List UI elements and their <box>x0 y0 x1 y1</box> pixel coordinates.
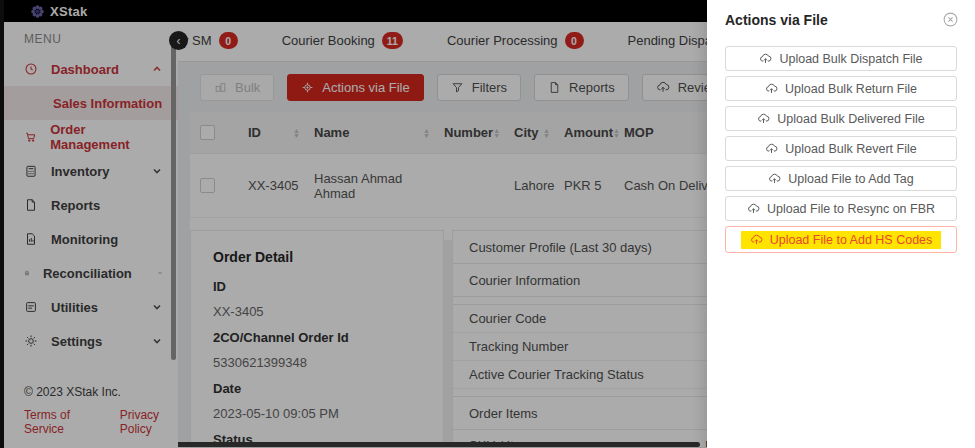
upload-bulk-revert-file-button[interactable]: Upload Bulk Revert File <box>725 136 957 161</box>
upload-bulk-dispatch-file-button[interactable]: Upload Bulk Dispatch File <box>725 46 957 71</box>
cloud-upload-icon <box>750 233 763 246</box>
upload-bulk-delivered-file-button[interactable]: Upload Bulk Delivered File <box>725 106 957 131</box>
upload-file-to-resync-on-fbr-button[interactable]: Upload File to Resync on FBR <box>725 196 957 221</box>
cloud-upload-icon <box>747 202 760 215</box>
cloud-upload-icon <box>768 172 781 185</box>
drawer-header: Actions via File <box>707 0 975 37</box>
cloud-upload-icon <box>757 112 770 125</box>
cloud-upload-icon <box>765 82 778 95</box>
upload-bulk-return-file-button[interactable]: Upload Bulk Return File <box>725 76 957 101</box>
actions-via-file-drawer: Actions via File Upload Bulk Dispatch Fi… <box>707 0 975 448</box>
upload-file-to-add-hs-codes-button[interactable]: Upload File to Add HS Codes <box>725 226 957 253</box>
button-highlight: Upload File to Add HS Codes <box>741 231 942 249</box>
drawer-body: Upload Bulk Dispatch File Upload Bulk Re… <box>707 37 975 253</box>
upload-file-to-add-tag-button[interactable]: Upload File to Add Tag <box>725 166 957 191</box>
close-icon[interactable] <box>942 11 959 28</box>
cloud-upload-icon <box>759 52 772 65</box>
cloud-upload-icon <box>765 142 778 155</box>
drawer-mask-overlay[interactable] <box>0 0 707 448</box>
drawer-title: Actions via File <box>725 12 828 28</box>
